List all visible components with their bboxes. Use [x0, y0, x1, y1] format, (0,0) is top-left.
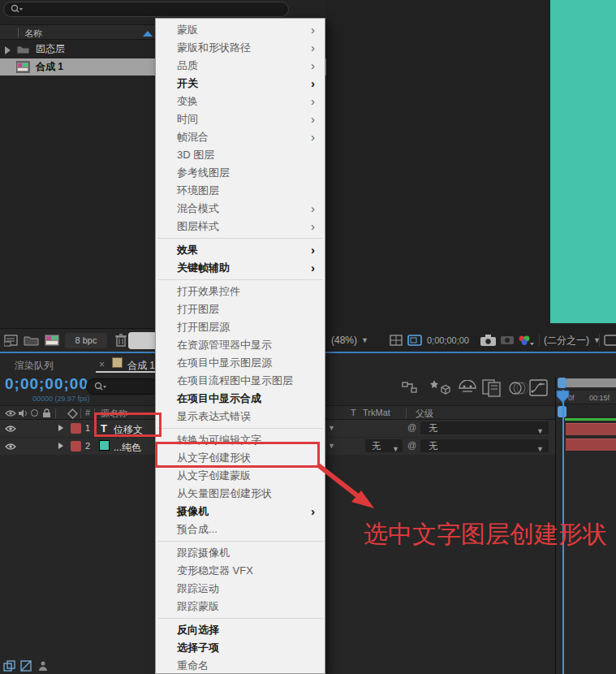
menu-item[interactable]: 预合成... — [156, 521, 325, 538]
frame-info: 00000 (29.97 fps) — [32, 395, 90, 403]
name-column-header[interactable]: 名称 — [24, 28, 42, 40]
menu-item[interactable]: 帧混合 — [156, 128, 325, 146]
blend-mode-chevron-icon[interactable]: ▼ — [328, 424, 335, 432]
time-navigator-handle[interactable] — [558, 378, 566, 388]
parent-pickwhip-icon[interactable]: @ — [407, 440, 416, 450]
index-column-header[interactable]: # — [85, 408, 90, 417]
layer-index: 2 — [85, 441, 90, 451]
annotation-text: 选中文字图层创建形状 — [364, 518, 607, 551]
eye-icon[interactable] — [5, 443, 16, 451]
menu-item[interactable]: 打开图层源 — [156, 318, 325, 336]
menu-item[interactable]: 从矢量图层创建形状 — [156, 485, 325, 503]
grid-guides-icon[interactable] — [390, 335, 403, 347]
label-icon[interactable] — [67, 408, 78, 419]
menu-item[interactable]: 在项目中显示图层源 — [156, 354, 325, 372]
viewer-zoom-dropdown[interactable]: (48%) ▼ — [331, 329, 368, 352]
menu-item[interactable]: 跟踪摄像机 — [156, 544, 325, 562]
menu-item[interactable]: 环境图层 — [156, 182, 325, 200]
snapshot-camera-icon[interactable] — [480, 334, 497, 347]
menu-item[interactable]: 参考线图层 — [156, 164, 325, 182]
menu-item[interactable]: 跟踪蒙版 — [156, 598, 325, 616]
time-navigator-bar[interactable] — [566, 378, 616, 387]
bit-depth-button[interactable]: 8 bpc — [65, 333, 107, 348]
blend-mode-chevron-icon[interactable]: ▼ — [328, 442, 335, 450]
layer-context-menu: 蒙版蒙版和形状路径品质开关变换时间帧混合3D 图层参考线图层环境图层混合模式图层… — [155, 18, 325, 674]
solid-color-swatch[interactable] — [99, 440, 110, 451]
menu-item[interactable]: 开关 — [156, 75, 325, 93]
menu-item[interactable]: 品质 — [156, 57, 325, 75]
viewer-zoom-value: (48%) — [331, 335, 357, 346]
expand-switches-icon[interactable] — [3, 660, 16, 672]
resolution-dropdown[interactable]: (二分之一) ▼ — [544, 329, 601, 352]
solo-icon[interactable] — [31, 409, 38, 417]
menu-item[interactable]: 关键帧辅助 — [156, 259, 325, 277]
composition-icon — [16, 61, 30, 73]
menu-item[interactable]: 3D 图层 — [156, 146, 325, 164]
menu-item[interactable]: 图层样式 — [156, 218, 325, 235]
menu-item[interactable]: 变换 — [156, 93, 325, 110]
target-region-icon[interactable] — [604, 335, 616, 347]
menu-item[interactable]: 打开图层 — [156, 300, 325, 318]
menu-item[interactable]: 变形稳定器 VFX — [156, 562, 325, 580]
menu-item[interactable]: 选择子项 — [156, 639, 325, 657]
menu-item[interactable]: 重命名 — [156, 657, 325, 674]
menu-item[interactable]: 效果 — [156, 241, 325, 259]
layer-name[interactable]: ...纯色 — [114, 441, 141, 455]
new-folder-icon[interactable] — [24, 335, 39, 346]
menu-item[interactable]: 在项目流程图中显示图层 — [156, 372, 325, 390]
sort-ascending-icon[interactable] — [143, 31, 153, 37]
layer-duration-bar[interactable] — [566, 439, 616, 451]
show-snapshot-icon[interactable] — [500, 334, 515, 346]
interpret-footage-icon[interactable] — [4, 334, 19, 347]
layer-label-chip[interactable] — [71, 441, 81, 451]
layer-label-chip[interactable] — [71, 423, 81, 434]
channel-rgb-icon[interactable] — [518, 335, 534, 347]
parent-pickwhip-icon[interactable]: @ — [407, 422, 416, 432]
trkmat-column-header[interactable]: TrkMat — [363, 408, 390, 417]
menu-item[interactable]: 显示表达式错误 — [156, 408, 325, 426]
tab-close-icon[interactable]: × — [99, 356, 105, 371]
menu-item[interactable]: 时间 — [156, 110, 325, 128]
new-composition-icon[interactable] — [45, 334, 60, 347]
audio-icon[interactable] — [18, 408, 28, 418]
menu-item[interactable]: 摄像机 — [156, 503, 325, 521]
menu-item[interactable]: 蒙版 — [156, 21, 325, 39]
timeline-search-input[interactable] — [86, 378, 159, 395]
trkmat-dropdown[interactable]: 无 ▼ — [365, 439, 403, 452]
eye-icon[interactable] — [5, 425, 16, 433]
motion-blur-icon[interactable] — [507, 380, 528, 396]
parent-dropdown[interactable]: 无 ▼ — [420, 421, 549, 434]
shy-layers-icon[interactable] — [458, 380, 477, 396]
region-of-interest-icon[interactable] — [407, 335, 423, 347]
current-timecode[interactable]: 0;00;00;00 — [5, 375, 88, 393]
parent-dropdown[interactable]: 无 ▼ — [420, 439, 549, 452]
menu-item[interactable]: 反向选择 — [156, 621, 325, 639]
menu-item[interactable]: 从文字创建蒙版 — [156, 467, 325, 485]
eye-icon[interactable] — [5, 409, 16, 417]
parent-column-header[interactable]: 父级 — [416, 408, 433, 420]
chevron-down-icon: ▼ — [392, 443, 399, 456]
menu-item[interactable]: 跟踪运动 — [156, 580, 325, 598]
lock-icon[interactable] — [42, 408, 51, 418]
layer-expand-arrow-icon[interactable] — [58, 425, 63, 431]
frame-blend-icon[interactable] — [481, 378, 502, 398]
draft-3d-icon[interactable] — [429, 378, 451, 398]
t-column-header[interactable]: T — [351, 408, 356, 417]
expand-in-out-panes-icon[interactable] — [37, 660, 50, 672]
project-search-input[interactable] — [3, 2, 289, 17]
graph-editor-icon[interactable] — [528, 378, 549, 398]
menu-item[interactable]: 混合模式 — [156, 200, 325, 218]
layer-duration-bar[interactable] — [566, 423, 616, 435]
toolbar-divider — [539, 334, 540, 347]
tab-render-queue[interactable]: 渲染队列 — [15, 357, 54, 373]
viewer-timecode-value: 0;00;00;00 — [427, 335, 469, 345]
menu-item[interactable]: 蒙版和形状路径 — [156, 39, 325, 57]
viewer-timecode[interactable]: 0;00;00;00 — [427, 329, 469, 352]
menu-item[interactable]: 在资源管理器中显示 — [156, 336, 325, 354]
menu-item[interactable]: 打开效果控件 — [156, 283, 325, 300]
trash-icon[interactable] — [114, 333, 127, 348]
layer-expand-arrow-icon[interactable] — [58, 443, 63, 449]
expand-transfer-controls-icon[interactable] — [20, 660, 33, 672]
comp-flowchart-icon[interactable] — [401, 380, 420, 396]
menu-item[interactable]: 在项目中显示合成 — [156, 390, 325, 408]
